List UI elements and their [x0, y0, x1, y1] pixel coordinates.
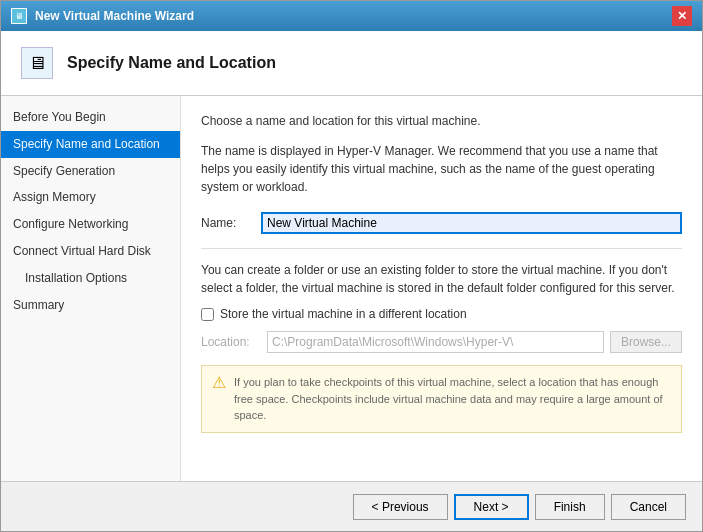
- sidebar-item-specify-generation[interactable]: Specify Generation: [1, 158, 180, 185]
- location-label: Location:: [201, 335, 261, 349]
- sidebar-item-configure-networking[interactable]: Configure Networking: [1, 211, 180, 238]
- cancel-button[interactable]: Cancel: [611, 494, 686, 520]
- title-bar-left: 🖥 New Virtual Machine Wizard: [11, 8, 194, 24]
- location-checkbox-label[interactable]: Store the virtual machine in a different…: [220, 307, 467, 321]
- sidebar-item-specify-name[interactable]: Specify Name and Location: [1, 131, 180, 158]
- separator: [201, 248, 682, 249]
- next-button[interactable]: Next >: [454, 494, 529, 520]
- warning-icon: ⚠: [212, 373, 226, 392]
- header-icon: 🖥: [21, 47, 53, 79]
- main-detail: The name is displayed in Hyper-V Manager…: [201, 142, 682, 196]
- warning-box: ⚠ If you plan to take checkpoints of thi…: [201, 365, 682, 433]
- sidebar-item-before-you-begin[interactable]: Before You Begin: [1, 104, 180, 131]
- name-label: Name:: [201, 216, 251, 230]
- browse-button[interactable]: Browse...: [610, 331, 682, 353]
- folder-description: You can create a folder or use an existi…: [201, 261, 682, 297]
- main-panel: Choose a name and location for this virt…: [181, 96, 702, 481]
- content-area: Before You Begin Specify Name and Locati…: [1, 96, 702, 481]
- sidebar-item-assign-memory[interactable]: Assign Memory: [1, 184, 180, 211]
- window-title: New Virtual Machine Wizard: [35, 9, 194, 23]
- close-button[interactable]: ✕: [672, 6, 692, 26]
- location-checkbox[interactable]: [201, 308, 214, 321]
- page-title: Specify Name and Location: [67, 54, 276, 72]
- name-row: Name:: [201, 212, 682, 234]
- location-row: Location: Browse...: [201, 331, 682, 353]
- footer: < Previous Next > Finish Cancel: [1, 481, 702, 531]
- title-bar: 🖥 New Virtual Machine Wizard ✕: [1, 1, 702, 31]
- page-header: 🖥 Specify Name and Location: [1, 31, 702, 96]
- warning-text: If you plan to take checkpoints of this …: [234, 374, 671, 424]
- name-input[interactable]: [261, 212, 682, 234]
- window-icon: 🖥: [11, 8, 27, 24]
- sidebar-item-connect-vhd[interactable]: Connect Virtual Hard Disk: [1, 238, 180, 265]
- sidebar-item-installation-options[interactable]: Installation Options: [1, 265, 180, 292]
- sidebar-item-summary[interactable]: Summary: [1, 292, 180, 319]
- previous-button[interactable]: < Previous: [353, 494, 448, 520]
- main-description: Choose a name and location for this virt…: [201, 112, 682, 130]
- location-checkbox-row: Store the virtual machine in a different…: [201, 307, 682, 321]
- location-input[interactable]: [267, 331, 604, 353]
- finish-button[interactable]: Finish: [535, 494, 605, 520]
- main-window: 🖥 New Virtual Machine Wizard ✕ 🖥 Specify…: [0, 0, 703, 532]
- sidebar: Before You Begin Specify Name and Locati…: [1, 96, 181, 481]
